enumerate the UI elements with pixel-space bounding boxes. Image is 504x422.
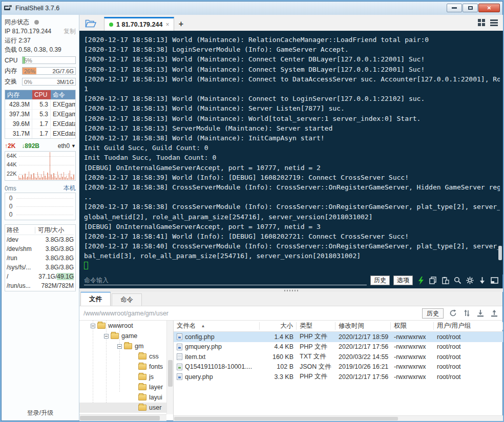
disk-row[interactable]: /sys/fs/...3.8G/3.8G [7,263,74,272]
file-table-header[interactable]: 文件名▲大小类型修改时间权限用户/用户组 [174,321,503,332]
terminal-scrollbar[interactable] [498,246,502,260]
column-header[interactable]: 大小 [260,322,297,330]
command-input[interactable]: 命令输入 [84,276,367,285]
column-header[interactable]: 用户/用户组 [434,322,503,330]
tree-item-fonts[interactable]: fonts [79,362,173,372]
tree-vertical-scrollbar[interactable] [166,321,173,414]
traffic-spike [41,174,41,180]
process-column-header[interactable]: 命令 [51,90,75,99]
collapse-icon[interactable] [104,334,109,339]
interface-select[interactable]: eth0▼ [58,142,76,150]
table-horizontal-scrollbar[interactable] [174,415,503,421]
copy-ip-button[interactable]: 复制 [64,27,76,36]
traffic-spike [32,178,33,180]
disk-row[interactable]: /37.1G/49.1G [7,272,74,281]
transfer-icon[interactable] [462,309,471,318]
maximize-button[interactable] [463,4,478,12]
lightning-icon[interactable] [416,276,425,285]
file-name-cell: gmquery.php [174,343,260,350]
tree-item-gm[interactable]: gm [79,341,173,351]
tree-item-layer[interactable]: layer [79,382,173,392]
tree-horizontal-scrollbar[interactable] [79,414,166,421]
process-row[interactable]: 397.3M5.3EXEgamew [5,109,75,119]
disk-row[interactable]: /dev/shm3.8G/3.8G [7,244,74,254]
session-tab[interactable]: 1 81.70.179.244 × [104,17,174,31]
history-button[interactable]: 历史 [370,276,390,285]
file-row[interactable]: config.php1.4 KBPHP 文件2020/12/17 18:59-r… [174,332,503,342]
download-icon[interactable] [478,276,487,285]
path-input[interactable] [82,309,417,318]
panel-splitter[interactable] [79,288,503,292]
column-header[interactable]: 权限 [391,322,434,330]
upload-file-icon[interactable] [490,309,499,318]
terminal-line: [2020-12-17 18:58:38] CrossServerModule … [84,202,500,212]
folder-icon [138,364,146,370]
disk-row[interactable]: /run3.8G/3.8G [7,254,74,263]
traffic-spike [49,177,49,180]
path-history-button[interactable]: 历史 [422,308,444,319]
tab-commands[interactable]: 命令 [112,293,142,306]
close-button[interactable]: ✕ [478,4,500,12]
tree-item-label: fonts [149,363,163,370]
process-cell: EXEdataac [51,129,75,138]
file-type-icon [177,333,182,340]
disk-row[interactable]: /run/us...782M/782M [7,281,74,290]
search-icon[interactable] [453,276,462,285]
process-column-header[interactable]: CPU [32,90,51,99]
process-column-header[interactable]: 内存 [5,90,32,99]
refresh-icon[interactable] [448,309,457,318]
options-button[interactable]: 选项 [393,276,413,285]
collapse-icon[interactable] [117,344,122,349]
tree-item-css[interactable]: css [79,351,173,362]
new-tab-button[interactable]: + [174,17,187,31]
folder-icon [97,323,106,329]
traffic-spike [46,178,47,180]
tree-item-label: gm [135,343,143,350]
directory-tree: wwwrootgamegmcssfontsjslayerlayuiuser [79,321,174,421]
process-row[interactable]: 31.7M1.7EXEdataac [5,129,75,138]
file-row[interactable]: query.php3.3 KBPHP 文件2020/12/17 17:56-rw… [174,372,503,382]
column-header[interactable]: 修改时间 [335,322,391,330]
process-cell: 397.3M [5,110,32,119]
disk-path: /run [7,254,35,263]
terminal-line: [2020-12-17 18:58:40] CrossServerModule … [84,241,500,251]
tree-item-layui[interactable]: layui [79,392,173,403]
close-tab-icon[interactable]: × [165,21,169,28]
traffic-spike [22,175,23,180]
menu-icon[interactable] [490,19,498,26]
process-table-header[interactable]: 内存CPU命令 [5,90,75,99]
minimize-button[interactable] [447,4,462,12]
traffic-spike [42,177,43,180]
tab-files[interactable]: 文件 [80,291,111,306]
tree-item-label: wwwroot [108,322,133,329]
column-header[interactable]: 类型 [297,322,335,330]
window-icon[interactable] [490,276,499,285]
paste-icon[interactable] [441,276,450,285]
file-row[interactable]: Q1541911018-10001....102 BJSON 文件2019/10… [174,362,503,372]
disk-row[interactable]: /dev3.8G/3.8G [7,235,74,244]
tree-item-user[interactable]: user [79,403,173,413]
file-row[interactable]: item.txt160 KBTXT 文件2020/03/22 14:55-rwx… [174,352,503,362]
process-row[interactable]: 39.6M1.7EXEdataac [5,119,75,129]
layout-grid-icon[interactable] [478,19,485,26]
download-file-icon[interactable] [476,309,485,318]
login-upgrade-link[interactable]: 登录/升级 [5,409,76,419]
tree-item-js[interactable]: js [79,372,173,382]
ping-host[interactable]: 本机 [64,184,76,193]
column-header[interactable]: 文件名▲ [174,322,260,330]
terminal-output[interactable]: [2020-12-17 18:58:13] World (Maintance):… [79,31,503,275]
traffic-spike [31,175,31,180]
terminal-line: [2020-12-17 18:58:13] World (Maintance):… [84,35,500,45]
process-row[interactable]: 428.3M5.3EXEgamew [5,99,75,109]
open-connections-button[interactable] [81,16,100,30]
folder-open-icon [85,19,96,28]
tree-item-game[interactable]: game [79,331,173,341]
disk-usage: 3.8G/3.8G [35,263,74,272]
copy-icon[interactable] [429,276,437,285]
file-row[interactable]: gmquery.php4.4 KBPHP 文件2020/12/17 17:56-… [174,342,503,352]
gear-icon[interactable] [466,276,474,285]
network-chart: 64K 44K 22K [5,151,76,181]
collapse-icon[interactable] [91,324,95,328]
tree-item-wwwroot[interactable]: wwwroot [79,321,173,331]
traffic-spike [66,176,67,180]
